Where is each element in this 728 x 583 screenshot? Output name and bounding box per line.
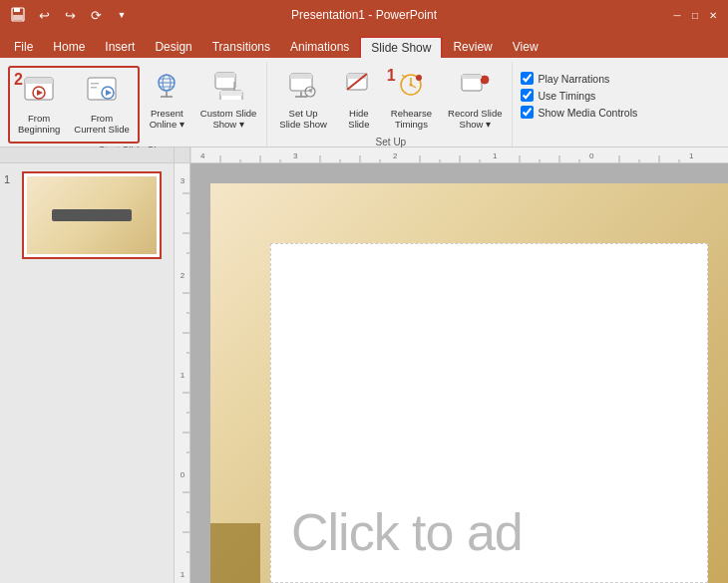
ruler-vertical: 3 2 1 0 1 bbox=[175, 163, 190, 583]
svg-rect-10 bbox=[91, 83, 99, 85]
slide-thumb-content bbox=[52, 209, 132, 221]
ribbon-group-start-slide-show: 2 FromBeginning bbox=[4, 62, 267, 146]
tab-view[interactable]: View bbox=[503, 36, 548, 58]
rehearse-timings-icon bbox=[395, 70, 427, 105]
present-online-button[interactable]: PresentOnline ▾ bbox=[144, 66, 190, 135]
svg-rect-2 bbox=[13, 15, 23, 20]
slide-thumb-bg bbox=[27, 176, 157, 254]
slide-thumbnail-1[interactable] bbox=[22, 171, 162, 259]
svg-rect-11 bbox=[91, 87, 97, 89]
slide-thumb-container: 1 bbox=[4, 171, 170, 259]
hide-slide-icon bbox=[343, 70, 375, 105]
svg-text:3: 3 bbox=[293, 151, 298, 160]
show-media-controls-checkbox[interactable]: Show Media Controls bbox=[521, 106, 637, 119]
slide-panel: 1 bbox=[0, 163, 175, 583]
svg-rect-22 bbox=[220, 91, 242, 96]
ribbon-group-set-up: Set UpSlide Show HideSlide 1 bbox=[269, 62, 513, 146]
svg-text:3: 3 bbox=[181, 176, 185, 185]
from-current-button[interactable]: FromCurrent Slide bbox=[68, 70, 135, 140]
from-beginning-icon bbox=[23, 76, 55, 110]
customize-qat-button[interactable]: ▼ bbox=[112, 5, 132, 25]
window-controls: ─ □ ✕ bbox=[670, 8, 720, 22]
record-slide-show-icon bbox=[459, 70, 491, 105]
main-area: 1 3 2 bbox=[0, 163, 728, 583]
slide-decoration-dark bbox=[210, 523, 260, 583]
ribbon-tabs: File Home Insert Design Transitions Anim… bbox=[0, 30, 728, 58]
tab-file[interactable]: File bbox=[4, 36, 43, 58]
tab-review[interactable]: Review bbox=[443, 36, 502, 58]
undo-qat-button[interactable]: ↩ bbox=[34, 5, 54, 25]
use-timings-checkbox[interactable]: Use Timings bbox=[521, 89, 637, 102]
hide-slide-button[interactable]: HideSlide bbox=[337, 66, 381, 135]
slide-content-area[interactable]: Click to ad bbox=[270, 243, 708, 583]
from-current-icon bbox=[86, 76, 118, 110]
canvas-area: 3 2 1 0 1 bbox=[175, 163, 728, 583]
minimize-button[interactable]: ─ bbox=[670, 8, 684, 22]
custom-slide-show-icon bbox=[212, 70, 244, 105]
tab-design[interactable]: Design bbox=[145, 36, 201, 58]
title-bar: ↩ ↪ ⟳ ▼ Presentation1 - PowerPoint ─ □ ✕ bbox=[0, 0, 728, 30]
from-beginning-button[interactable]: 2 FromBeginning bbox=[12, 70, 66, 140]
slide-placeholder: Click to ad bbox=[291, 502, 523, 562]
close-button[interactable]: ✕ bbox=[706, 8, 720, 22]
repeat-qat-button[interactable]: ⟳ bbox=[86, 5, 106, 25]
slide-canvas: Click to ad bbox=[190, 163, 728, 583]
number-badge-1: 1 bbox=[387, 68, 396, 84]
present-online-icon bbox=[151, 70, 182, 105]
slide-thumb-bar bbox=[52, 209, 132, 221]
slide-number-1: 1 bbox=[4, 173, 16, 185]
set-up-icon bbox=[287, 70, 319, 105]
record-slide-show-button[interactable]: Record SlideShow ▾ bbox=[442, 66, 508, 135]
ruler-v-top bbox=[175, 147, 190, 162]
svg-text:1: 1 bbox=[689, 151, 694, 160]
set-up-slide-show-button[interactable]: Set UpSlide Show bbox=[273, 66, 333, 135]
svg-text:1: 1 bbox=[493, 151, 498, 160]
redo-qat-button[interactable]: ↪ bbox=[60, 5, 80, 25]
svg-rect-25 bbox=[290, 74, 312, 79]
svg-rect-20 bbox=[215, 73, 235, 78]
tab-insert[interactable]: Insert bbox=[95, 36, 145, 58]
slide-background: Click to ad bbox=[210, 183, 728, 583]
set-up-label: Set UpSlide Show bbox=[279, 108, 327, 131]
rehearse-timings-button[interactable]: 1 RehearseTimings bbox=[385, 66, 438, 135]
svg-rect-4 bbox=[25, 78, 53, 84]
play-narrations-checkbox[interactable]: Play Narrations bbox=[521, 72, 637, 85]
tab-animations[interactable]: Animations bbox=[280, 36, 359, 58]
svg-rect-1 bbox=[14, 8, 20, 12]
svg-point-43 bbox=[481, 76, 489, 84]
play-narrations-label: Play Narrations bbox=[538, 73, 609, 85]
ruler-area: 4 3 2 1 0 1 bbox=[0, 147, 728, 163]
ruler-horizontal: 4 3 2 1 0 1 bbox=[190, 147, 728, 162]
present-online-label: PresentOnline ▾ bbox=[150, 108, 184, 131]
svg-text:1: 1 bbox=[181, 570, 185, 579]
from-beginning-label: FromBeginning bbox=[18, 113, 60, 136]
custom-slide-show-button[interactable]: Custom SlideShow ▾ bbox=[194, 66, 263, 135]
svg-text:4: 4 bbox=[200, 151, 205, 160]
ribbon: 2 FromBeginning bbox=[0, 58, 728, 147]
monitors-group-label bbox=[521, 141, 718, 146]
tab-home[interactable]: Home bbox=[43, 36, 95, 58]
svg-text:2: 2 bbox=[393, 151, 398, 160]
rehearse-timings-label: RehearseTimings bbox=[391, 108, 432, 131]
start-slide-show-highlight: 2 FromBeginning bbox=[8, 66, 140, 144]
svg-point-41 bbox=[416, 75, 422, 81]
ruler-corner bbox=[0, 147, 175, 162]
tab-transitions[interactable]: Transitions bbox=[202, 36, 280, 58]
custom-slide-show-label: Custom SlideShow ▾ bbox=[200, 108, 257, 131]
monitor-checkboxes: Play Narrations Use Timings Show Media C… bbox=[521, 66, 641, 119]
svg-rect-44 bbox=[462, 75, 482, 79]
from-current-label: FromCurrent Slide bbox=[74, 113, 129, 136]
maximize-button[interactable]: □ bbox=[688, 8, 702, 22]
svg-text:0: 0 bbox=[181, 470, 185, 479]
title-bar-left: ↩ ↪ ⟳ ▼ bbox=[8, 5, 132, 25]
tab-slideshow[interactable]: Slide Show bbox=[359, 36, 443, 58]
svg-text:2: 2 bbox=[181, 271, 185, 280]
ribbon-group-monitors: Play Narrations Use Timings Show Media C… bbox=[515, 62, 724, 146]
number-badge-2: 2 bbox=[14, 72, 23, 88]
hide-slide-label: HideSlide bbox=[348, 108, 369, 131]
svg-text:1: 1 bbox=[181, 371, 185, 380]
use-timings-label: Use Timings bbox=[538, 90, 595, 102]
svg-text:0: 0 bbox=[589, 151, 594, 160]
save-qat-button[interactable] bbox=[8, 5, 28, 25]
show-media-controls-label: Show Media Controls bbox=[538, 107, 637, 119]
